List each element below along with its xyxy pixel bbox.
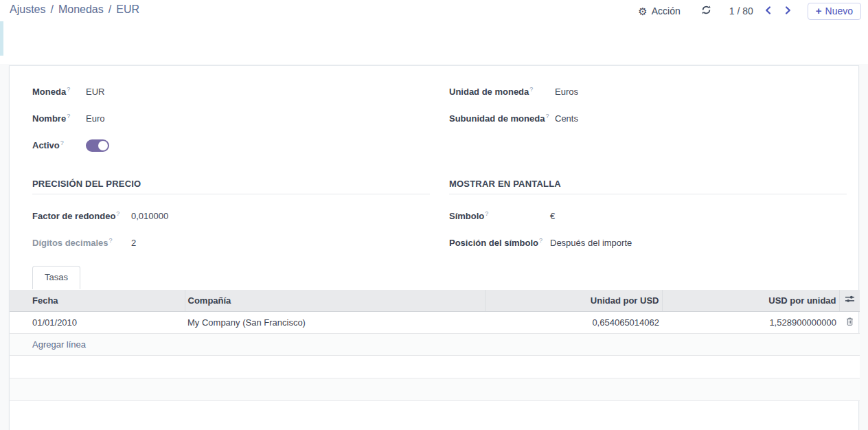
page-background: Moneda? EUR Nombre? Euro Activo?	[0, 64, 868, 430]
field-unidad: Unidad de moneda? Euros	[449, 78, 847, 105]
field-posicion: Posición del símbolo? Después del import…	[449, 229, 847, 256]
help-marker: ?	[60, 139, 64, 146]
field-subunidad-label: Subunidad de moneda?	[449, 113, 555, 124]
help-marker: ?	[485, 210, 488, 217]
field-factor-label: Factor de redondeo?	[32, 210, 131, 221]
chevron-right-icon	[783, 5, 792, 17]
field-activo-label: Activo?	[32, 139, 86, 150]
refresh-button[interactable]	[701, 5, 711, 17]
breadcrumb-monedas[interactable]: Monedas	[58, 3, 104, 16]
section-display: MOSTRAR EN PANTALLA Símbolo? € Posición …	[449, 179, 847, 256]
field-factor-value[interactable]: 0,010000	[131, 211, 168, 221]
help-marker: ?	[529, 86, 533, 93]
field-nombre: Nombre? Euro	[32, 105, 430, 132]
add-line-link[interactable]: Agregar línea	[10, 333, 860, 355]
toggle-knob	[98, 141, 108, 150]
field-nombre-label: Nombre?	[32, 113, 86, 124]
breadcrumb-separator: /	[108, 3, 111, 16]
breadcrumb-current: EUR	[116, 3, 139, 16]
breadcrumb-ajustes[interactable]: Ajustes	[10, 3, 45, 16]
empty-row	[10, 378, 860, 400]
field-moneda-value[interactable]: EUR	[86, 87, 104, 97]
section-precision-title: PRECISIÓN DEL PRECIO	[32, 179, 430, 194]
action-menu-label: Acción	[652, 5, 681, 16]
rates-table: Fecha Compañía Unidad por USD USD por un…	[10, 290, 860, 401]
left-accent-strip	[0, 21, 3, 56]
column-header-unidad-por-usd[interactable]: Unidad por USD	[485, 290, 662, 311]
help-marker: ?	[109, 237, 113, 244]
field-digitos-value: 2	[131, 238, 136, 248]
field-digitos: Dígitos decimales? 2	[32, 229, 430, 256]
pager[interactable]: 1 / 80	[729, 5, 753, 16]
field-factor: Factor de redondeo? 0,010000	[32, 203, 430, 229]
help-marker: ?	[545, 113, 549, 120]
pager-next-button[interactable]	[781, 4, 794, 19]
breadcrumb: Ajustes / Monedas / EUR	[10, 3, 139, 16]
field-unidad-label: Unidad de moneda?	[449, 86, 555, 97]
top-bar: Ajustes / Monedas / EUR ⚙ Acción	[0, 0, 868, 64]
top-left-fields: Moneda? EUR Nombre? Euro Activo?	[32, 78, 430, 159]
pager-previous-button[interactable]	[762, 4, 775, 19]
sliders-icon	[845, 294, 855, 306]
control-panel: ⚙ Acción 1 / 80	[638, 1, 861, 21]
field-posicion-label: Posición del símbolo?	[449, 237, 550, 248]
field-moneda-label: Moneda?	[32, 86, 86, 97]
refresh-icon	[701, 5, 711, 17]
help-marker: ?	[116, 210, 119, 217]
field-digitos-label: Dígitos decimales?	[32, 237, 131, 248]
field-subunidad: Subunidad de moneda? Cents	[449, 105, 847, 132]
chevron-left-icon	[764, 5, 773, 17]
cell-fecha[interactable]: 01/01/2010	[10, 311, 185, 333]
form-sheet: Moneda? EUR Nombre? Euro Activo?	[10, 66, 858, 401]
breadcrumb-separator: /	[50, 3, 53, 16]
field-simbolo: Símbolo? €	[449, 203, 847, 229]
field-nombre-value[interactable]: Euro	[86, 113, 104, 124]
activo-toggle[interactable]	[86, 139, 109, 152]
column-header-compania[interactable]: Compañía	[185, 290, 485, 311]
column-header-usd-por-unidad[interactable]: USD por unidad	[662, 290, 839, 311]
cell-compania[interactable]: My Company (San Francisco)	[185, 311, 485, 333]
field-simbolo-value[interactable]: €	[550, 211, 555, 221]
help-marker: ?	[67, 86, 70, 93]
optional-columns-button[interactable]	[839, 290, 860, 311]
cell-unidad-por-usd[interactable]: 0,654065014062	[485, 311, 662, 333]
delete-row-button[interactable]	[839, 311, 860, 333]
field-subunidad-value[interactable]: Cents	[555, 113, 578, 124]
form-card: Moneda? EUR Nombre? Euro Activo?	[9, 65, 859, 430]
section-display-title: MOSTRAR EN PANTALLA	[449, 179, 847, 194]
cell-usd-por-unidad[interactable]: 1,528900000000	[662, 311, 839, 333]
help-marker: ?	[539, 237, 542, 244]
tab-tasas[interactable]: Tasas	[32, 266, 80, 289]
add-line-row: Agregar línea	[10, 333, 860, 355]
column-header-fecha[interactable]: Fecha	[10, 290, 185, 311]
top-field-grid: Moneda? EUR Nombre? Euro Activo?	[10, 78, 858, 159]
currency-form-screen: Ajustes / Monedas / EUR ⚙ Acción	[0, 0, 868, 430]
field-unidad-value[interactable]: Euros	[555, 87, 578, 97]
new-button-label: Nuevo	[825, 5, 853, 16]
section-precision: PRECISIÓN DEL PRECIO Factor de redondeo?…	[32, 179, 430, 256]
empty-row	[10, 355, 860, 378]
field-simbolo-label: Símbolo?	[449, 210, 550, 221]
field-moneda: Moneda? EUR	[32, 78, 430, 105]
trash-icon	[845, 318, 854, 328]
help-marker: ?	[67, 113, 70, 120]
gear-icon: ⚙	[638, 6, 647, 16]
new-button[interactable]: + Nuevo	[808, 3, 861, 20]
field-posicion-value[interactable]: Después del importe	[550, 238, 632, 248]
top-right-fields: Unidad de moneda? Euros Subunidad de mon…	[449, 78, 847, 159]
action-menu-button[interactable]: ⚙ Acción	[638, 5, 680, 16]
section-grid: PRECISIÓN DEL PRECIO Factor de redondeo?…	[10, 179, 858, 256]
rates-table-header: Fecha Compañía Unidad por USD USD por un…	[10, 290, 860, 311]
field-activo: Activo?	[32, 132, 430, 159]
table-row: 01/01/2010 My Company (San Francisco) 0,…	[10, 311, 860, 333]
plus-icon: +	[816, 5, 822, 16]
notebook-tabs: Tasas	[10, 266, 858, 290]
